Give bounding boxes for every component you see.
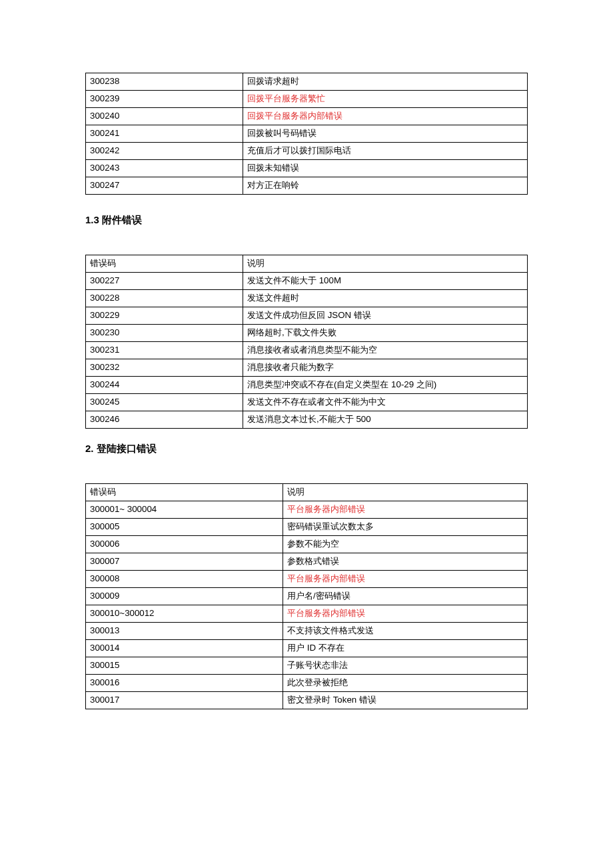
table-row: 300005密码错误重试次数太多 (86, 519, 528, 536)
table-row: 300014用户 ID 不存在 (86, 640, 528, 657)
error-code-cell: 300001~ 300004 (86, 501, 283, 519)
table-row: 300232消息接收者只能为数字 (86, 359, 528, 377)
error-code-cell: 300227 (86, 273, 243, 290)
error-code-cell: 300014 (86, 640, 283, 657)
table-row: 300240回拨平台服务器内部错误 (86, 108, 528, 125)
table-row: 300227发送文件不能大于 100M (86, 273, 528, 290)
error-code-cell: 300244 (86, 377, 243, 394)
table-header-row: 错误码说明 (86, 484, 528, 501)
table-row: 300010~300012平台服务器内部错误 (86, 605, 528, 623)
login-error-table: 错误码说明300001~ 300004平台服务器内部错误300005密码错误重试… (85, 483, 528, 709)
table-row: 300229发送文件成功但反回 JSON 错误 (86, 307, 528, 325)
error-desc-cell: 回拨平台服务器内部错误 (243, 108, 528, 125)
error-desc-cell: 消息接收者或者消息类型不能为空 (243, 342, 528, 359)
error-desc-cell: 参数不能为空 (283, 536, 528, 553)
error-desc-cell: 用户名/密码错误 (283, 588, 528, 605)
error-desc-cell: 消息类型冲突或不存在(自定义类型在 10-29 之间) (243, 377, 528, 394)
error-code-cell: 300245 (86, 394, 243, 411)
error-code-cell: 300006 (86, 536, 283, 553)
document-page: 300238回拨请求超时300239回拨平台服务器繁忙300240回拨平台服务器… (0, 0, 613, 868)
error-code-cell: 300238 (86, 73, 243, 91)
error-code-cell: 300240 (86, 108, 243, 125)
error-code-cell: 300013 (86, 623, 283, 640)
error-code-cell: 300005 (86, 519, 283, 536)
error-desc-cell: 密码错误重试次数太多 (283, 519, 528, 536)
column-header-desc: 说明 (283, 484, 528, 501)
error-code-cell: 300231 (86, 342, 243, 359)
error-desc-cell: 回拨未知错误 (243, 160, 528, 177)
error-desc-cell: 发送文件不存在或者文件不能为中文 (243, 394, 528, 411)
table-row: 300008平台服务器内部错误 (86, 571, 528, 588)
table-row: 300231消息接收者或者消息类型不能为空 (86, 342, 528, 359)
table-row: 300015子账号状态非法 (86, 657, 528, 675)
table-row: 300245发送文件不存在或者文件不能为中文 (86, 394, 528, 411)
table-header-row: 错误码说明 (86, 255, 528, 273)
error-code-cell: 300009 (86, 588, 283, 605)
callback-error-table: 300238回拨请求超时300239回拨平台服务器繁忙300240回拨平台服务器… (85, 73, 528, 195)
error-desc-cell: 参数格式错误 (283, 553, 528, 571)
table-row: 300007参数格式错误 (86, 553, 528, 571)
column-header-code: 错误码 (86, 255, 243, 273)
attachment-error-table: 错误码说明300227发送文件不能大于 100M300228发送文件超时3002… (85, 255, 528, 429)
error-desc-cell: 充值后才可以拨打国际电话 (243, 143, 528, 160)
error-desc-cell: 平台服务器内部错误 (283, 571, 528, 588)
error-desc-cell: 对方正在响铃 (243, 177, 528, 195)
error-code-cell: 300016 (86, 675, 283, 692)
error-desc-cell: 发送消息文本过长,不能大于 500 (243, 411, 528, 429)
error-code-cell: 300015 (86, 657, 283, 675)
error-code-cell: 300228 (86, 290, 243, 307)
table-row: 300017密文登录时 Token 错误 (86, 692, 528, 709)
error-desc-cell: 平台服务器内部错误 (283, 605, 528, 623)
error-desc-cell: 消息接收者只能为数字 (243, 359, 528, 377)
error-desc-cell: 发送文件超时 (243, 290, 528, 307)
error-desc-cell: 回拨被叫号码错误 (243, 125, 528, 143)
table-row: 300244消息类型冲突或不存在(自定义类型在 10-29 之间) (86, 377, 528, 394)
error-code-cell: 300229 (86, 307, 243, 325)
table-row: 300239回拨平台服务器繁忙 (86, 91, 528, 108)
table-row: 300009用户名/密码错误 (86, 588, 528, 605)
error-desc-cell: 此次登录被拒绝 (283, 675, 528, 692)
table-row: 300006参数不能为空 (86, 536, 528, 553)
error-code-cell: 300230 (86, 325, 243, 342)
column-header-desc: 说明 (243, 255, 528, 273)
error-desc-cell: 网络超时,下载文件失败 (243, 325, 528, 342)
table-row: 300013不支持该文件格式发送 (86, 623, 528, 640)
table-row: 300016此次登录被拒绝 (86, 675, 528, 692)
error-desc-cell: 用户 ID 不存在 (283, 640, 528, 657)
error-code-cell: 300008 (86, 571, 283, 588)
error-desc-cell: 发送文件不能大于 100M (243, 273, 528, 290)
error-code-cell: 300243 (86, 160, 243, 177)
error-code-cell: 300010~300012 (86, 605, 283, 623)
table-row: 300238回拨请求超时 (86, 73, 528, 91)
error-desc-cell: 回拨平台服务器繁忙 (243, 91, 528, 108)
error-code-cell: 300017 (86, 692, 283, 709)
error-code-cell: 300242 (86, 143, 243, 160)
column-header-code: 错误码 (86, 484, 283, 501)
error-desc-cell: 平台服务器内部错误 (283, 501, 528, 519)
error-desc-cell: 不支持该文件格式发送 (283, 623, 528, 640)
error-code-cell: 300241 (86, 125, 243, 143)
error-code-cell: 300232 (86, 359, 243, 377)
error-desc-cell: 发送文件成功但反回 JSON 错误 (243, 307, 528, 325)
section-heading-login-error: 2. 登陆接口错误 (85, 443, 157, 455)
error-desc-cell: 回拨请求超时 (243, 73, 528, 91)
table-row: 300242充值后才可以拨打国际电话 (86, 143, 528, 160)
error-desc-cell: 密文登录时 Token 错误 (283, 692, 528, 709)
error-code-cell: 300246 (86, 411, 243, 429)
section-heading-attachment-error: 1.3 附件错误 (85, 214, 142, 227)
error-code-cell: 300007 (86, 553, 283, 571)
table-row: 300243回拨未知错误 (86, 160, 528, 177)
table-row: 300001~ 300004平台服务器内部错误 (86, 501, 528, 519)
table-row: 300230网络超时,下载文件失败 (86, 325, 528, 342)
table-row: 300246发送消息文本过长,不能大于 500 (86, 411, 528, 429)
table-row: 300228发送文件超时 (86, 290, 528, 307)
error-code-cell: 300247 (86, 177, 243, 195)
error-desc-cell: 子账号状态非法 (283, 657, 528, 675)
table-row: 300247对方正在响铃 (86, 177, 528, 195)
error-code-cell: 300239 (86, 91, 243, 108)
table-row: 300241回拨被叫号码错误 (86, 125, 528, 143)
